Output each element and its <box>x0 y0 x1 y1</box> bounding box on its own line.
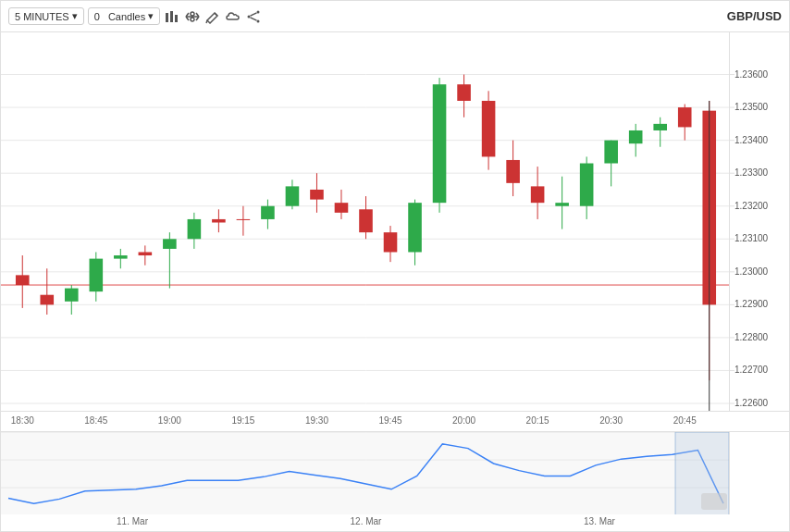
price-axis-canvas <box>730 32 789 411</box>
svg-line-17 <box>251 17 257 19</box>
candlestick-chart <box>1 32 729 411</box>
svg-point-14 <box>248 15 251 18</box>
time-label: 19:45 <box>379 415 402 426</box>
chart-container: 5 MINUTES ▾ 0 Candles ▾ <box>0 0 790 532</box>
time-label: 19:30 <box>305 415 328 426</box>
share-icon[interactable] <box>245 8 262 25</box>
time-label: 19:00 <box>158 415 181 426</box>
time-label: 20:15 <box>526 415 549 426</box>
scrollbar[interactable] <box>701 493 727 510</box>
main-chart-area[interactable] <box>1 32 729 411</box>
svg-point-8 <box>191 12 194 16</box>
date-label: 12. Mar <box>351 516 382 526</box>
svg-point-9 <box>191 18 194 21</box>
toolbar: 5 MINUTES ▾ 0 Candles ▾ <box>1 1 789 32</box>
chart-body <box>1 32 789 411</box>
svg-line-16 <box>251 12 257 15</box>
date-axis-inner: 11. Mar12. Mar13. Mar <box>1 514 729 531</box>
time-label: 18:45 <box>84 415 107 426</box>
mini-price-axis <box>729 432 789 514</box>
timeframe-dropdown-icon: ▾ <box>72 10 78 22</box>
bar-chart-icon[interactable] <box>164 8 180 25</box>
chart-bottom <box>1 431 789 514</box>
mini-chart-canvas <box>1 432 729 514</box>
svg-line-12 <box>206 20 207 23</box>
time-label: 19:15 <box>231 415 254 426</box>
time-axis-inner: 18:3018:4519:0019:1519:3019:4520:0020:15… <box>1 412 729 432</box>
cloud-icon[interactable] <box>225 8 241 25</box>
candles-dropdown-icon: ▾ <box>148 10 154 22</box>
time-label: 20:45 <box>673 415 697 426</box>
time-axis-price-space <box>729 412 789 431</box>
svg-line-11 <box>215 13 217 16</box>
chart-type-label: Candles <box>108 11 145 22</box>
time-axis: 18:3018:4519:0019:1519:3019:4520:0020:15… <box>1 411 789 431</box>
date-axis: 11. Mar12. Mar13. Mar <box>1 514 789 531</box>
date-axis-price-space <box>729 514 789 531</box>
time-label: 20:30 <box>599 415 623 426</box>
mini-chart-area[interactable] <box>1 432 729 514</box>
time-label: 20:00 <box>452 415 475 426</box>
time-label: 18:30 <box>11 415 34 426</box>
scale-icon[interactable] <box>184 8 201 25</box>
svg-rect-2 <box>175 15 178 22</box>
pencil-icon[interactable] <box>204 8 221 25</box>
candle-count-selector[interactable]: 0 Candles ▾ <box>88 7 161 25</box>
price-axis <box>729 32 789 411</box>
svg-rect-0 <box>166 13 168 22</box>
svg-point-15 <box>257 19 260 22</box>
date-label: 13. Mar <box>584 516 615 526</box>
timeframe-label: 5 MINUTES <box>15 11 69 22</box>
candle-count: 0 <box>94 11 100 22</box>
svg-point-13 <box>257 10 260 13</box>
pair-label: GBP/USD <box>727 9 782 23</box>
timeframe-selector[interactable]: 5 MINUTES ▾ <box>8 7 84 25</box>
svg-rect-1 <box>170 11 173 22</box>
date-label: 11. Mar <box>117 516 148 526</box>
